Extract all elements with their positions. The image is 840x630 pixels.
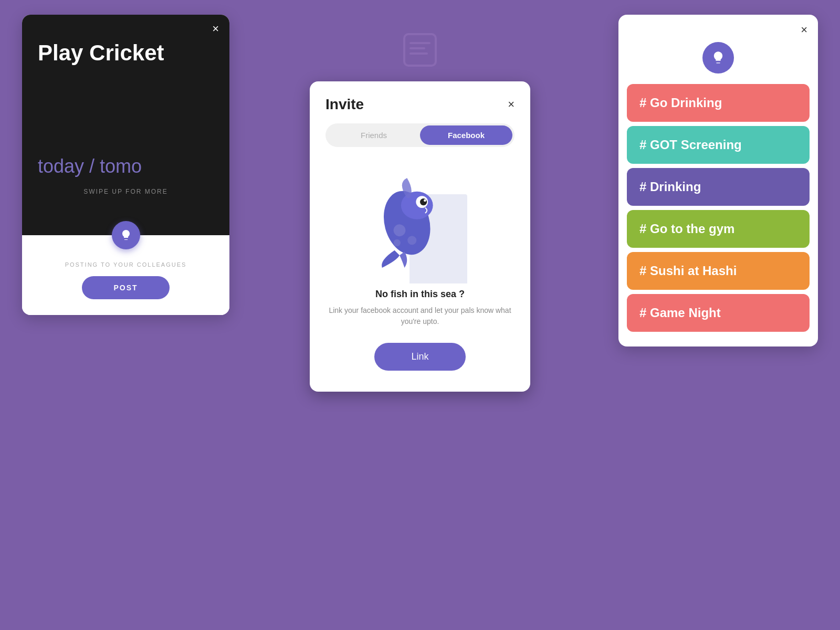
- svg-rect-1: [410, 42, 430, 44]
- swipe-text: SWIPE UP FOR MORE: [38, 188, 214, 195]
- tab-facebook[interactable]: Facebook: [420, 125, 512, 145]
- invite-tabs: Friends Facebook: [326, 123, 514, 147]
- svg-point-5: [394, 224, 406, 236]
- right-close-button[interactable]: ×: [801, 23, 807, 37]
- left-card-title: Play Cricket: [38, 41, 214, 65]
- today-text: today /: [38, 155, 100, 177]
- tag-drinking[interactable]: # Drinking: [627, 168, 810, 206]
- svg-point-11: [424, 199, 426, 202]
- center-title: Invite: [326, 96, 364, 113]
- tag-got-screening[interactable]: # GOT Screening: [627, 126, 810, 164]
- svg-rect-2: [410, 47, 425, 49]
- lightbulb-button[interactable]: [112, 221, 140, 249]
- tab-friends[interactable]: Friends: [328, 125, 420, 145]
- tag-go-drinking[interactable]: # Go Drinking: [627, 84, 810, 122]
- center-header: Invite ×: [310, 81, 530, 123]
- posting-label: POSTING TO YOUR COLLEAGUES: [38, 261, 214, 268]
- left-close-button[interactable]: ×: [212, 23, 219, 35]
- center-close-button[interactable]: ×: [508, 98, 514, 111]
- tag-go-to-the-gym[interactable]: # Go to the gym: [627, 210, 810, 248]
- post-button[interactable]: POST: [82, 276, 169, 299]
- no-fish-title: No fish in this sea ?: [326, 289, 514, 300]
- left-card-subtitle: today / tomo: [38, 155, 214, 177]
- svg-point-7: [394, 239, 401, 246]
- svg-rect-0: [404, 34, 436, 66]
- left-card: × Play Cricket today / tomo SWIPE UP FOR…: [22, 15, 229, 235]
- link-button[interactable]: Link: [374, 343, 465, 371]
- fish-illustration: [368, 168, 452, 268]
- svg-point-6: [407, 236, 416, 245]
- tomo-text: tomo: [100, 155, 142, 177]
- svg-rect-3: [410, 52, 428, 55]
- tag-sushi-at-hashi[interactable]: # Sushi at Hashi: [627, 252, 810, 290]
- background-icon: [402, 32, 438, 76]
- center-panel: Invite × Friends Facebook: [310, 81, 530, 392]
- no-fish-desc: Link your facebook account and let your …: [326, 305, 514, 327]
- svg-point-10: [420, 198, 427, 205]
- left-panel: × Play Cricket today / tomo SWIPE UP FOR…: [22, 15, 229, 315]
- right-panel-header: ×: [618, 15, 818, 37]
- fish-area: [310, 158, 530, 289]
- fish-container: [368, 168, 472, 284]
- no-fish-section: No fish in this sea ? Link your facebook…: [310, 289, 530, 327]
- tag-game-night[interactable]: # Game Night: [627, 294, 810, 332]
- right-lightbulb-icon: [702, 42, 734, 74]
- right-panel: × # Go Drinking # GOT Screening # Drinki…: [618, 15, 818, 346]
